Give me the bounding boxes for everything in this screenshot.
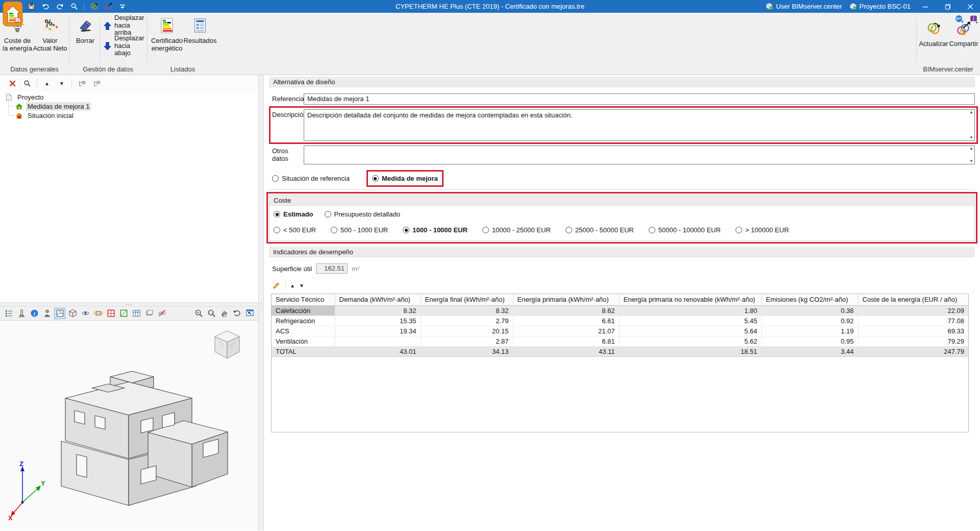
descripcion-input[interactable]: Descripción detallada del conjunto de me…	[304, 109, 975, 141]
actualizar-button[interactable]: Actualizar	[919, 18, 948, 48]
tree-item-proyecto[interactable]: Proyecto	[0, 92, 258, 102]
radio-medida-mejora[interactable]: Medida de mejora	[370, 174, 440, 183]
orbit-model-icon[interactable]	[92, 308, 104, 319]
bimserver-project-button[interactable]: Proyecto BSC-01	[849, 3, 911, 10]
maximize-button[interactable]	[940, 0, 955, 13]
redo-icon[interactable]	[55, 2, 64, 11]
certificado-label: Certificado energético	[150, 37, 184, 52]
edit-pencil-icon[interactable]	[271, 280, 281, 291]
radio-rango-0[interactable]: < 500 EUR	[274, 226, 316, 234]
valor-actual-neto-button[interactable]: % Valor Actual Neto	[33, 15, 67, 52]
info-icon[interactable]: i	[29, 308, 40, 319]
model-3d-icon[interactable]	[67, 308, 78, 319]
horizontal-splitter[interactable]: ···	[0, 302, 258, 306]
tree-item-situacion-inicial[interactable]: Situación inicial	[0, 111, 258, 120]
project-tree: Proyecto Medidas de mejora 1 Situación i…	[0, 91, 258, 302]
more-dropdown-icon[interactable]	[118, 2, 127, 11]
ribbon-separator-1	[69, 17, 69, 63]
move-item-up-icon[interactable]: ▲	[42, 78, 52, 88]
cell-value: 2.79	[421, 316, 513, 326]
table-row-ventilacion[interactable]: Ventilación 2.87 6.81 5.62 0.95 79.29	[272, 336, 968, 346]
panel-splitter[interactable]: ···	[258, 75, 264, 530]
update-icon-small[interactable]	[89, 2, 99, 11]
resultados-label: Resultados	[183, 37, 216, 45]
elements-list-icon[interactable]	[3, 308, 14, 319]
radio-circle	[272, 175, 279, 182]
descripcion-label: Descripción	[272, 109, 304, 141]
cell-value: 6.81	[513, 336, 619, 346]
zoom-extents-icon[interactable]	[193, 308, 204, 319]
collapse-tree-icon[interactable]	[91, 78, 102, 88]
superficie-input: 162.51	[316, 263, 348, 274]
certificado-energetico-button[interactable]: Certificado energético	[150, 15, 184, 52]
search-icon[interactable]	[69, 2, 79, 11]
pan-icon[interactable]	[218, 308, 230, 319]
compartir-button[interactable]: Compartir	[949, 18, 978, 48]
radio-rango-4[interactable]: 25000 - 50000 EUR	[566, 226, 634, 234]
radio-rango-5[interactable]: 50000 - 100000 EUR	[649, 226, 721, 234]
table-row-refrigeracion[interactable]: Refrigeración 15.35 2.79 6.61 5.45 0.92 …	[272, 316, 968, 326]
openings-icon[interactable]	[118, 308, 129, 319]
tables-icon[interactable]	[131, 308, 142, 319]
table-row-total[interactable]: TOTAL 43.01 34.13 43.11 18.51 3.44 247.7…	[272, 346, 968, 356]
radio-situacion-referencia[interactable]: Situación de referencia	[272, 175, 350, 182]
floorplan-view-icon[interactable]	[54, 308, 65, 319]
close-button[interactable]	[963, 0, 978, 13]
layers-icon[interactable]	[143, 308, 155, 319]
radio-rango-1[interactable]: 500 - 1000 EUR	[331, 226, 388, 234]
table-row-acs[interactable]: ACS 19.34 20.15 21.07 5.64 1.19 69.33	[272, 326, 968, 336]
col-demanda: Demanda (kWh/m²·año)	[335, 294, 421, 305]
radio-presupuesto-detallado[interactable]: Presupuesto detallado	[325, 210, 400, 218]
columns-icon[interactable]	[16, 308, 27, 319]
resultados-button[interactable]: Resultados	[184, 15, 216, 45]
radio-circle	[566, 227, 572, 233]
tree-item-medidas-mejora[interactable]: Medidas de mejora 1	[0, 102, 258, 111]
radio-label: 50000 - 100000 EUR	[658, 226, 721, 234]
view-cube[interactable]	[211, 329, 243, 363]
hide-elements-icon[interactable]	[156, 308, 167, 319]
compartir-label: Compartir	[949, 40, 978, 48]
thermal-zones-icon[interactable]	[105, 308, 116, 319]
delete-icon[interactable]	[7, 78, 17, 88]
row-down-icon[interactable]: ▼	[299, 283, 304, 288]
group-datos-generales: Datos generales	[0, 65, 69, 73]
undo-icon[interactable]	[41, 2, 50, 11]
table-row-calefaccion[interactable]: Calefacción 8.32 8.32 8.62 1.80 0.38 22.…	[272, 305, 968, 316]
ribbon-separator-3	[147, 17, 148, 63]
referencia-input[interactable]: Medidas de mejora 1	[304, 93, 975, 105]
desplazar-abajo-button[interactable]: Desplazar hacia abajo	[104, 37, 144, 55]
person-icon[interactable]	[41, 308, 53, 319]
model-viewport[interactable]: Z Y X	[0, 321, 258, 530]
share-icon-small[interactable]	[104, 2, 113, 11]
desplazar-arriba-button[interactable]: Desplazar hacia arriba	[104, 17, 144, 34]
radio-rango-2[interactable]: 1000 - 10000 EUR	[403, 226, 468, 234]
scroll-down-icon[interactable]: ▼	[969, 136, 973, 140]
radio-rango-6[interactable]: > 100000 EUR	[736, 226, 789, 234]
save-icon[interactable]	[27, 2, 36, 11]
cell-value: 6.61	[513, 316, 619, 326]
rotate-view-icon[interactable]	[231, 308, 242, 319]
borrar-button[interactable]: Borrar	[72, 15, 99, 45]
move-item-down-icon[interactable]: ▼	[57, 78, 67, 88]
scroll-up-icon[interactable]: ▲	[969, 110, 973, 114]
cell-value	[335, 336, 421, 346]
expand-tree-icon[interactable]	[77, 78, 87, 88]
minimize-button[interactable]	[918, 0, 933, 13]
tree-search-icon[interactable]	[22, 78, 32, 88]
app-icon[interactable]: CTE HE	[3, 1, 23, 27]
cell-value: 247.79	[858, 346, 968, 356]
radio-rango-3[interactable]: 10000 - 25000 EUR	[482, 226, 551, 234]
scroll-up-icon[interactable]: ▲	[969, 147, 973, 151]
net-present-value-icon: %	[41, 17, 59, 34]
bimserver-user-button[interactable]: User BIMserver.center	[766, 3, 842, 10]
cell-value: 69.33	[858, 326, 968, 336]
visibility-icon[interactable]	[80, 308, 91, 319]
col-emisiones: Emisiones (kg CO2/m²·año)	[762, 294, 858, 305]
scroll-down-icon[interactable]: ▼	[969, 159, 973, 163]
zoom-window-icon[interactable]	[206, 308, 217, 319]
radio-circle	[331, 227, 337, 233]
radio-estimado[interactable]: Estimado	[274, 210, 313, 218]
fit-window-icon[interactable]	[244, 308, 255, 319]
otros-datos-input[interactable]: ▲ ▼	[304, 146, 975, 164]
row-up-icon[interactable]: ▲	[290, 283, 295, 288]
